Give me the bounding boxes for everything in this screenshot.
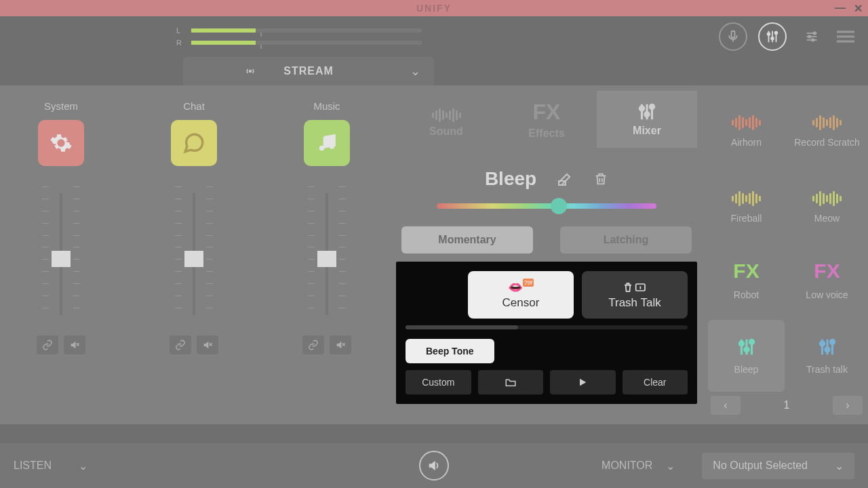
close-button[interactable]: ✕ bbox=[854, 2, 863, 15]
svg-point-3 bbox=[775, 32, 778, 35]
fader-track[interactable] bbox=[326, 193, 328, 315]
svg-point-6 bbox=[812, 39, 814, 41]
mute-button[interactable] bbox=[330, 336, 351, 354]
link-button[interactable] bbox=[170, 336, 191, 354]
slider-handle[interactable] bbox=[551, 198, 567, 214]
preset-censor[interactable]: 👄?!# Censor bbox=[468, 271, 574, 319]
mute-button[interactable] bbox=[64, 336, 85, 354]
settings-button[interactable] bbox=[797, 22, 826, 51]
pager-number: 1 bbox=[784, 399, 790, 411]
fader-handle[interactable] bbox=[52, 251, 71, 267]
footer: LISTEN ⌄ MONITOR ⌄ No Output Selected ⌄ bbox=[0, 443, 868, 488]
wave-icon bbox=[732, 184, 761, 206]
delete-button[interactable] bbox=[593, 171, 608, 187]
mute-button[interactable] bbox=[197, 336, 218, 354]
menu-button[interactable] bbox=[837, 28, 854, 45]
minimize-button[interactable]: — bbox=[835, 2, 846, 15]
channel-music: Music bbox=[266, 94, 388, 416]
fader-handle[interactable] bbox=[317, 251, 336, 267]
tab-sound[interactable]: Sound bbox=[396, 91, 496, 148]
link-button[interactable] bbox=[302, 336, 324, 354]
tab-effects[interactable]: FXEffects bbox=[496, 91, 597, 148]
fader-track[interactable] bbox=[60, 193, 62, 315]
preset-scrollbar[interactable] bbox=[406, 325, 688, 329]
svg-rect-22 bbox=[559, 181, 566, 185]
listen-selector[interactable]: LISTEN ⌄ bbox=[14, 460, 87, 472]
chevron-down-icon[interactable]: ⌄ bbox=[666, 460, 675, 472]
svg-rect-0 bbox=[732, 31, 735, 38]
grid-item-bleep[interactable]: Bleep bbox=[708, 320, 785, 392]
grid-item-airhorn[interactable]: Airhorn bbox=[708, 92, 785, 164]
channel-label: Chat bbox=[183, 100, 205, 112]
grid-item-record-scratch[interactable]: Record Scratch bbox=[789, 92, 865, 164]
chat-icon[interactable] bbox=[171, 120, 217, 166]
svg-rect-8 bbox=[837, 35, 854, 37]
wave-icon bbox=[732, 108, 761, 130]
svg-point-5 bbox=[808, 35, 810, 37]
svg-point-29 bbox=[830, 340, 834, 344]
titlebar: UNIFY — ✕ bbox=[0, 0, 868, 16]
browse-button[interactable] bbox=[478, 370, 544, 394]
svg-point-1 bbox=[768, 33, 770, 36]
grid-item-robot[interactable]: FXRobot bbox=[708, 244, 785, 316]
grid-item-low-voice[interactable]: FXLow voice bbox=[789, 244, 865, 316]
wave-icon bbox=[812, 108, 842, 130]
meter-right bbox=[191, 41, 422, 45]
sound-icon bbox=[432, 102, 461, 123]
header: L R bbox=[0, 16, 868, 57]
mode-latching[interactable]: Latching bbox=[560, 226, 692, 253]
grid-item-fireball[interactable]: Fireball bbox=[708, 168, 785, 240]
chevron-down-icon: ⌄ bbox=[410, 64, 420, 79]
channel-system: System bbox=[0, 94, 122, 416]
play-button[interactable] bbox=[550, 370, 616, 394]
monitor-label: MONITOR bbox=[601, 460, 652, 472]
svg-point-2 bbox=[771, 37, 774, 40]
mode-momentary[interactable]: Momentary bbox=[401, 226, 533, 253]
broadcast-icon bbox=[244, 65, 256, 77]
fader-handle[interactable] bbox=[184, 251, 203, 267]
custom-button[interactable]: Custom bbox=[406, 370, 471, 394]
censor-icon: 👄?!# bbox=[508, 280, 534, 295]
svg-rect-7 bbox=[837, 30, 854, 33]
svg-point-4 bbox=[814, 32, 816, 34]
mixer-icon bbox=[637, 102, 657, 122]
output-selector[interactable]: No Output Selected ⌄ bbox=[702, 453, 854, 479]
pager-prev[interactable]: ‹ bbox=[711, 396, 741, 415]
svg-point-25 bbox=[744, 348, 748, 352]
fader-track[interactable] bbox=[193, 193, 195, 315]
grid-item-meow[interactable]: Meow bbox=[789, 168, 865, 240]
trash-talk-icon bbox=[621, 280, 648, 295]
music-icon[interactable] bbox=[304, 120, 350, 166]
svg-point-10 bbox=[250, 70, 252, 73]
svg-point-20 bbox=[645, 113, 649, 117]
meter-right-label: R bbox=[176, 39, 183, 47]
stream-selector[interactable]: STREAM ⌄ bbox=[183, 57, 434, 85]
channel-chat: Chat bbox=[133, 94, 255, 416]
gear-icon[interactable] bbox=[38, 120, 84, 166]
svg-point-27 bbox=[820, 342, 824, 346]
level-meters: L R bbox=[176, 26, 422, 47]
tab-mixer[interactable]: Mixer bbox=[597, 91, 697, 148]
channel-label: Music bbox=[313, 100, 340, 112]
app-title: UNIFY bbox=[416, 3, 452, 14]
meter-left-label: L bbox=[176, 26, 183, 35]
wave-icon: FX bbox=[733, 260, 759, 283]
mixer-view-button[interactable] bbox=[758, 22, 787, 51]
preset-trash-talk[interactable]: Trash Talk bbox=[582, 271, 688, 319]
stream-label: STREAM bbox=[283, 65, 334, 77]
clear-button[interactable]: Clear bbox=[623, 370, 688, 394]
meter-left bbox=[191, 28, 422, 33]
link-button[interactable] bbox=[37, 336, 58, 354]
speaker-button[interactable] bbox=[419, 451, 449, 481]
svg-point-24 bbox=[739, 342, 743, 346]
effect-title: Bleep bbox=[485, 168, 536, 190]
color-slider[interactable] bbox=[437, 203, 656, 209]
svg-rect-9 bbox=[837, 40, 854, 42]
beep-tone-chip[interactable]: Beep Tone bbox=[406, 339, 494, 363]
preset-panel: 👄?!# Censor Trash Talk Beep Tone Custom bbox=[396, 262, 697, 404]
grid-item-trash-talk[interactable]: Trash talk bbox=[789, 320, 865, 392]
pager-next[interactable]: › bbox=[833, 396, 863, 415]
channel-label: System bbox=[44, 100, 78, 112]
edit-button[interactable] bbox=[557, 171, 573, 187]
mic-settings-button[interactable] bbox=[719, 22, 747, 51]
